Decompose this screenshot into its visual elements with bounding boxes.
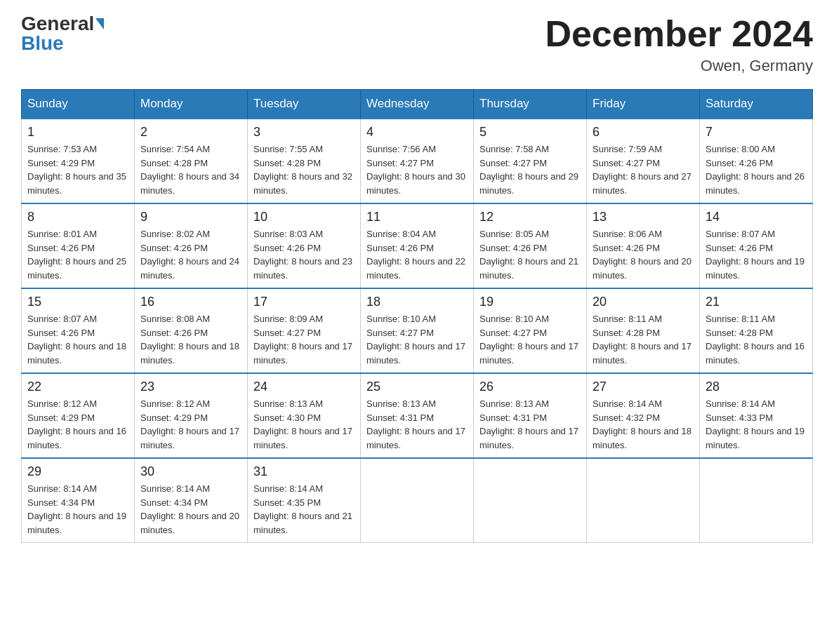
day-number: 30 <box>140 464 241 479</box>
logo: General Blue <box>21 14 104 53</box>
day-info: Sunrise: 8:11 AMSunset: 4:28 PMDaylight:… <box>706 312 807 367</box>
calendar-cell: 4Sunrise: 7:56 AMSunset: 4:27 PMDaylight… <box>361 119 474 203</box>
calendar-cell: 9Sunrise: 8:02 AMSunset: 4:26 PMDaylight… <box>135 203 248 288</box>
header-monday: Monday <box>135 90 248 119</box>
calendar-cell: 3Sunrise: 7:55 AMSunset: 4:28 PMDaylight… <box>248 119 361 203</box>
day-info: Sunrise: 7:55 AMSunset: 4:28 PMDaylight:… <box>253 142 355 197</box>
day-info: Sunrise: 8:09 AMSunset: 4:27 PMDaylight:… <box>253 312 355 367</box>
weekday-header-row: Sunday Monday Tuesday Wednesday Thursday… <box>22 90 813 119</box>
day-number: 27 <box>593 380 694 394</box>
day-info: Sunrise: 8:13 AMSunset: 4:31 PMDaylight:… <box>366 397 468 452</box>
day-number: 14 <box>706 210 807 224</box>
calendar-cell: 14Sunrise: 8:07 AMSunset: 4:26 PMDayligh… <box>700 203 813 288</box>
day-info: Sunrise: 8:06 AMSunset: 4:26 PMDaylight:… <box>593 227 694 282</box>
day-number: 7 <box>706 125 807 140</box>
day-info: Sunrise: 8:13 AMSunset: 4:31 PMDaylight:… <box>479 397 581 452</box>
day-info: Sunrise: 8:05 AMSunset: 4:26 PMDaylight:… <box>479 227 581 282</box>
calendar-cell: 7Sunrise: 8:00 AMSunset: 4:26 PMDaylight… <box>700 119 813 203</box>
day-info: Sunrise: 8:00 AMSunset: 4:26 PMDaylight:… <box>706 142 807 197</box>
location-label: Owen, Germany <box>545 57 813 75</box>
day-number: 9 <box>140 210 241 224</box>
header-friday: Friday <box>587 90 700 119</box>
day-number: 22 <box>27 380 128 394</box>
day-info: Sunrise: 8:11 AMSunset: 4:28 PMDaylight:… <box>593 312 694 367</box>
logo-text-blue: Blue <box>21 34 64 53</box>
header-sunday: Sunday <box>22 90 135 119</box>
day-info: Sunrise: 8:10 AMSunset: 4:27 PMDaylight:… <box>479 312 581 367</box>
header-wednesday: Wednesday <box>361 90 474 119</box>
calendar-cell: 21Sunrise: 8:11 AMSunset: 4:28 PMDayligh… <box>700 288 813 373</box>
day-number: 4 <box>366 125 468 140</box>
day-number: 1 <box>27 125 128 140</box>
day-number: 2 <box>140 125 241 140</box>
day-number: 12 <box>479 210 581 224</box>
calendar-cell: 20Sunrise: 8:11 AMSunset: 4:28 PMDayligh… <box>587 288 700 373</box>
day-number: 18 <box>366 295 468 309</box>
calendar-cell: 22Sunrise: 8:12 AMSunset: 4:29 PMDayligh… <box>22 373 135 458</box>
logo-text-general: General <box>21 14 94 34</box>
day-info: Sunrise: 8:10 AMSunset: 4:27 PMDaylight:… <box>366 312 468 367</box>
day-info: Sunrise: 7:59 AMSunset: 4:27 PMDaylight:… <box>593 142 694 197</box>
calendar-cell: 2Sunrise: 7:54 AMSunset: 4:28 PMDaylight… <box>135 119 248 203</box>
day-info: Sunrise: 8:07 AMSunset: 4:26 PMDaylight:… <box>706 227 807 282</box>
day-number: 13 <box>593 210 694 224</box>
day-number: 19 <box>479 295 581 309</box>
calendar-cell: 5Sunrise: 7:58 AMSunset: 4:27 PMDaylight… <box>474 119 587 203</box>
calendar-cell: 23Sunrise: 8:12 AMSunset: 4:29 PMDayligh… <box>135 373 248 458</box>
calendar-cell: 24Sunrise: 8:13 AMSunset: 4:30 PMDayligh… <box>248 373 361 458</box>
calendar-week-3: 15Sunrise: 8:07 AMSunset: 4:26 PMDayligh… <box>22 288 813 373</box>
day-number: 10 <box>253 210 355 224</box>
logo-arrow-icon <box>95 18 104 29</box>
day-number: 16 <box>140 295 241 309</box>
day-info: Sunrise: 8:14 AMSunset: 4:33 PMDaylight:… <box>706 397 807 452</box>
calendar-cell <box>587 458 700 543</box>
page-header: General Blue December 2024 Owen, Germany <box>21 14 813 75</box>
calendar-cell: 17Sunrise: 8:09 AMSunset: 4:27 PMDayligh… <box>248 288 361 373</box>
calendar-cell: 31Sunrise: 8:14 AMSunset: 4:35 PMDayligh… <box>248 458 361 543</box>
calendar-cell: 28Sunrise: 8:14 AMSunset: 4:33 PMDayligh… <box>700 373 813 458</box>
header-thursday: Thursday <box>474 90 587 119</box>
day-number: 29 <box>27 464 128 479</box>
calendar-cell: 18Sunrise: 8:10 AMSunset: 4:27 PMDayligh… <box>361 288 474 373</box>
day-number: 31 <box>253 464 355 479</box>
calendar-cell: 6Sunrise: 7:59 AMSunset: 4:27 PMDaylight… <box>587 119 700 203</box>
day-number: 20 <box>593 295 694 309</box>
month-title: December 2024 <box>545 14 813 54</box>
calendar-cell: 12Sunrise: 8:05 AMSunset: 4:26 PMDayligh… <box>474 203 587 288</box>
title-area: December 2024 Owen, Germany <box>545 14 813 75</box>
day-info: Sunrise: 8:08 AMSunset: 4:26 PMDaylight:… <box>140 312 241 367</box>
calendar-table: Sunday Monday Tuesday Wednesday Thursday… <box>21 89 813 543</box>
calendar-cell: 26Sunrise: 8:13 AMSunset: 4:31 PMDayligh… <box>474 373 587 458</box>
calendar-cell: 13Sunrise: 8:06 AMSunset: 4:26 PMDayligh… <box>587 203 700 288</box>
day-info: Sunrise: 8:02 AMSunset: 4:26 PMDaylight:… <box>140 227 241 282</box>
calendar-week-1: 1Sunrise: 7:53 AMSunset: 4:29 PMDaylight… <box>22 119 813 203</box>
day-info: Sunrise: 8:07 AMSunset: 4:26 PMDaylight:… <box>27 312 128 367</box>
day-number: 3 <box>253 125 355 140</box>
calendar-week-2: 8Sunrise: 8:01 AMSunset: 4:26 PMDaylight… <box>22 203 813 288</box>
calendar-cell: 10Sunrise: 8:03 AMSunset: 4:26 PMDayligh… <box>248 203 361 288</box>
day-info: Sunrise: 8:03 AMSunset: 4:26 PMDaylight:… <box>253 227 355 282</box>
calendar-cell: 1Sunrise: 7:53 AMSunset: 4:29 PMDaylight… <box>22 119 135 203</box>
calendar-cell <box>700 458 813 543</box>
day-info: Sunrise: 7:58 AMSunset: 4:27 PMDaylight:… <box>479 142 581 197</box>
calendar-cell: 29Sunrise: 8:14 AMSunset: 4:34 PMDayligh… <box>22 458 135 543</box>
day-number: 26 <box>479 380 581 394</box>
day-number: 24 <box>253 380 355 394</box>
day-info: Sunrise: 8:14 AMSunset: 4:34 PMDaylight:… <box>140 482 241 537</box>
day-number: 5 <box>479 125 581 140</box>
day-info: Sunrise: 8:12 AMSunset: 4:29 PMDaylight:… <box>140 397 241 452</box>
day-number: 8 <box>27 210 128 224</box>
calendar-cell <box>474 458 587 543</box>
header-saturday: Saturday <box>700 90 813 119</box>
day-number: 6 <box>593 125 694 140</box>
day-info: Sunrise: 8:04 AMSunset: 4:26 PMDaylight:… <box>366 227 468 282</box>
calendar-cell: 27Sunrise: 8:14 AMSunset: 4:32 PMDayligh… <box>587 373 700 458</box>
calendar-cell: 25Sunrise: 8:13 AMSunset: 4:31 PMDayligh… <box>361 373 474 458</box>
day-info: Sunrise: 8:13 AMSunset: 4:30 PMDaylight:… <box>253 397 355 452</box>
calendar-cell <box>361 458 474 543</box>
calendar-week-5: 29Sunrise: 8:14 AMSunset: 4:34 PMDayligh… <box>22 458 813 543</box>
day-info: Sunrise: 8:12 AMSunset: 4:29 PMDaylight:… <box>27 397 128 452</box>
calendar-cell: 11Sunrise: 8:04 AMSunset: 4:26 PMDayligh… <box>361 203 474 288</box>
day-info: Sunrise: 8:14 AMSunset: 4:35 PMDaylight:… <box>253 482 355 537</box>
header-tuesday: Tuesday <box>248 90 361 119</box>
